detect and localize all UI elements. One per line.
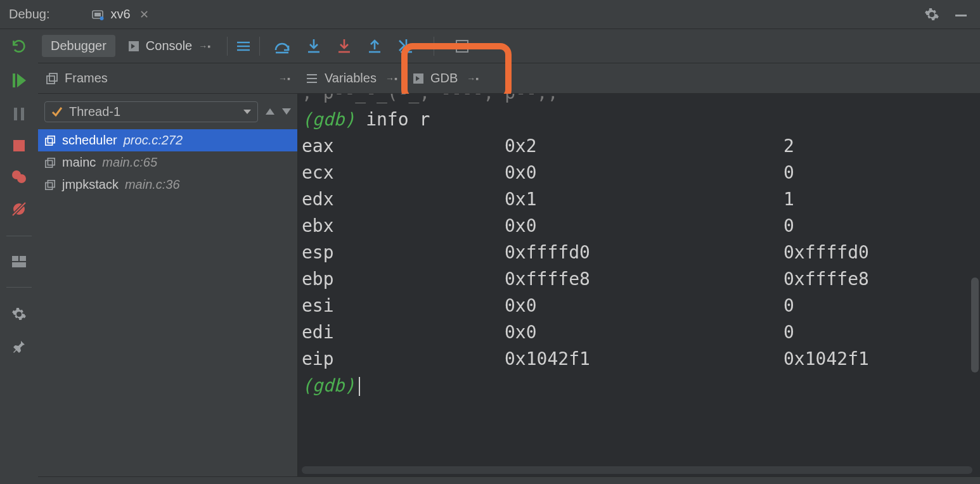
console-icon: [128, 41, 139, 52]
register-value: 1: [783, 186, 794, 213]
variables-pane-label: Variables: [325, 71, 377, 86]
register-line: ebx0x00: [302, 213, 970, 239]
register-hex: 0xffffd0: [505, 239, 783, 266]
gdb-pane-label: GDB: [430, 71, 458, 86]
rerun-icon[interactable]: [11, 38, 27, 54]
variables-popout-icon[interactable]: →▪: [385, 73, 397, 84]
toolbar-separator-3: [434, 37, 434, 56]
svg-rect-47: [48, 158, 55, 165]
debugger-tab[interactable]: Debugger: [42, 35, 115, 57]
svg-point-2: [100, 16, 103, 20]
frame-icon: [44, 135, 56, 146]
register-value: 0: [783, 319, 794, 346]
frame-name: jmpkstack: [62, 177, 119, 192]
gdb-icon: [413, 73, 424, 84]
resume-icon[interactable]: [12, 72, 26, 89]
svg-rect-44: [46, 138, 53, 145]
frame-name: mainc: [62, 155, 96, 170]
gdb-console[interactable]: , p--_-_(-_, ----, p--,,(gdb) info reax0…: [298, 94, 980, 476]
frames-list: scheduler proc.c:272mainc main.c:65jmpks…: [38, 129, 297, 476]
layout-icon[interactable]: [11, 255, 27, 268]
svg-point-10: [17, 174, 26, 183]
frame-location: main.c:65: [102, 155, 157, 170]
console-vertical-scrollbar[interactable]: [971, 277, 979, 373]
register-name: eax: [302, 133, 505, 160]
stop-icon[interactable]: [13, 139, 25, 152]
register-hex: 0x1042f1: [505, 346, 783, 373]
frame-item[interactable]: scheduler proc.c:272: [38, 129, 297, 151]
show-execution-point-icon[interactable]: [235, 40, 252, 53]
thread-check-icon: [51, 106, 63, 117]
console-prompt-line[interactable]: (gdb): [302, 373, 970, 399]
run-config-tab[interactable]: xv6 ✕: [84, 0, 158, 29]
run-to-cursor-icon[interactable]: [398, 38, 413, 54]
console-popout-icon[interactable]: →▪: [198, 41, 210, 51]
register-line: esp0xffffd00xffffd0: [302, 239, 970, 266]
frame-location: main.c:36: [125, 177, 180, 192]
register-line: ebp0xffffe80xffffe8: [302, 266, 970, 293]
step-out-icon[interactable]: [368, 38, 382, 54]
toolbar-separator-2: [259, 37, 260, 56]
debugger-settings-icon[interactable]: [11, 307, 27, 322]
pin-icon[interactable]: [12, 340, 26, 353]
frames-pane-tab[interactable]: Frames →▪: [38, 63, 298, 93]
svg-rect-8: [13, 140, 25, 151]
register-name: esp: [302, 239, 505, 266]
console-tab[interactable]: Console →▪: [119, 35, 219, 57]
mute-breakpoints-icon[interactable]: [11, 201, 27, 217]
frame-name: scheduler: [62, 133, 117, 148]
svg-rect-6: [14, 108, 17, 120]
register-line: esi0x00: [302, 293, 970, 319]
variables-pane-tab[interactable]: Variables →▪: [298, 63, 405, 93]
register-line: eax0x22: [302, 133, 970, 160]
register-name: eip: [302, 346, 505, 373]
register-name: ebx: [302, 213, 505, 239]
console-line: (gdb) info r: [302, 106, 970, 133]
frame-down-button[interactable]: [282, 108, 291, 115]
force-step-into-icon[interactable]: [337, 38, 351, 54]
gdb-popout-icon[interactable]: →▪: [467, 73, 479, 84]
frame-item[interactable]: mainc main.c:65: [38, 151, 297, 174]
svg-rect-49: [48, 180, 55, 187]
svg-rect-46: [46, 160, 53, 167]
svg-rect-38: [49, 73, 57, 81]
register-line: ecx0x00: [302, 160, 970, 186]
console-horizontal-scrollbar[interactable]: [302, 466, 972, 474]
step-into-icon[interactable]: [307, 38, 321, 54]
app-icon: [91, 8, 105, 22]
view-breakpoints-icon[interactable]: [11, 170, 27, 184]
console-line: , p--_-_(-_, ----, p--,,: [302, 94, 970, 106]
svg-rect-16: [12, 262, 26, 267]
register-line: eip0x1042f10x1042f1: [302, 346, 970, 373]
minimize-icon[interactable]: [953, 7, 969, 22]
svg-rect-14: [12, 256, 18, 261]
thread-selector[interactable]: Thread-1: [44, 101, 258, 122]
frame-location: proc.c:272: [124, 133, 183, 148]
gdb-pane-tab[interactable]: GDB →▪: [405, 63, 486, 93]
svg-rect-31: [456, 41, 468, 52]
window-title: Debug:: [0, 7, 59, 22]
debugger-tab-label: Debugger: [51, 39, 106, 53]
frame-item[interactable]: jmpkstack main.c:36: [38, 174, 297, 196]
evaluate-expression-icon[interactable]: [455, 39, 470, 54]
frames-popout-icon[interactable]: →▪: [278, 73, 290, 84]
svg-rect-4: [13, 73, 15, 87]
register-line: edx0x11: [302, 186, 970, 213]
thread-selected-label: Thread-1: [69, 105, 120, 119]
pause-icon[interactable]: [13, 106, 25, 122]
frame-up-button[interactable]: [266, 108, 274, 115]
svg-rect-7: [21, 108, 24, 120]
register-value: 0xffffe8: [783, 266, 869, 293]
svg-rect-1: [94, 13, 101, 16]
settings-icon[interactable]: [924, 7, 939, 22]
register-hex: 0x1: [505, 186, 783, 213]
register-hex: 0xffffe8: [505, 266, 783, 293]
rail-separator-1: [6, 236, 32, 236]
register-line: edi0x00: [302, 319, 970, 346]
register-value: 0: [783, 213, 794, 239]
step-over-icon[interactable]: [274, 39, 290, 54]
register-value: 0: [783, 293, 794, 319]
register-value: 0: [783, 160, 794, 186]
chevron-down-icon: [243, 110, 251, 114]
close-tab-button[interactable]: ✕: [137, 8, 152, 22]
